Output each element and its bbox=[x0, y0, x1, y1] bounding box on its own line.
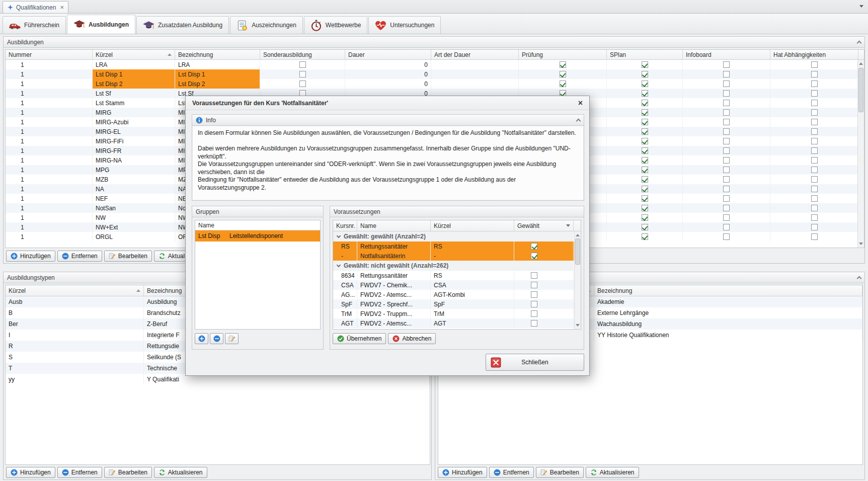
cell-splan[interactable] bbox=[607, 165, 683, 175]
cell-hat_abhaengigkeiten[interactable] bbox=[770, 98, 858, 108]
cell-splan[interactable] bbox=[607, 108, 683, 117]
cell-hat_abhaengigkeiten[interactable] bbox=[770, 232, 858, 242]
cell-kursnr[interactable]: AGT bbox=[333, 318, 357, 328]
cell-kursnr[interactable]: - bbox=[333, 251, 357, 261]
table-row[interactable]: 1Lst Disp 1Lst Disp 10 bbox=[6, 69, 864, 79]
cell-gewaehlt[interactable] bbox=[514, 318, 574, 328]
column-header-name[interactable]: Name bbox=[357, 220, 431, 231]
checkbox-unchecked[interactable] bbox=[723, 109, 730, 116]
checkbox-unchecked[interactable] bbox=[811, 214, 818, 221]
ausbildungen-entfernen-button[interactable]: Entfernen bbox=[57, 251, 102, 262]
cell-splan[interactable] bbox=[607, 184, 683, 194]
cell-dauer[interactable]: 0 bbox=[345, 79, 431, 89]
group-header-row[interactable]: Gewählt: gewählt (Anzahl=2) bbox=[333, 231, 574, 242]
cell-kuerzel[interactable]: SpF bbox=[431, 299, 514, 309]
cell-kuerzel[interactable]: yy bbox=[6, 374, 144, 385]
cell-art_der_dauer[interactable] bbox=[431, 79, 519, 89]
checkbox-checked[interactable] bbox=[642, 224, 648, 230]
schliessen-button[interactable]: Schließen bbox=[486, 354, 584, 371]
checkbox-unchecked[interactable] bbox=[811, 71, 818, 77]
cell-infoboard[interactable] bbox=[683, 155, 770, 165]
edit-group-button[interactable] bbox=[225, 333, 239, 344]
checkbox-unchecked[interactable] bbox=[811, 81, 818, 87]
dialog-titlebar[interactable]: Voraussetzungen für den Kurs 'Notfallsan… bbox=[186, 96, 589, 110]
checkbox-unchecked[interactable] bbox=[723, 214, 730, 221]
cell-kursnr[interactable]: RS bbox=[333, 242, 357, 251]
cell-pruefung[interactable] bbox=[519, 79, 607, 89]
cell-kuerzel[interactable]: TrM bbox=[431, 309, 514, 318]
checkbox-unchecked[interactable] bbox=[811, 167, 818, 173]
cell-bezeichnung[interactable]: Lst Disp 2 bbox=[175, 79, 260, 89]
column-header-bezeichnung[interactable]: Bezeichnung bbox=[175, 50, 260, 59]
ausbildungstypen-entfernen-button[interactable]: Entfernen bbox=[57, 467, 102, 478]
checkbox-checked[interactable] bbox=[642, 233, 648, 240]
cell-nummer[interactable]: 1 bbox=[6, 108, 93, 117]
column-header-kurzel[interactable]: Kürzel bbox=[431, 220, 514, 231]
voraussetzungen-ubernehmen-button[interactable]: Übernehmen bbox=[333, 333, 386, 344]
cell-kuerzel[interactable]: MIRG-FR bbox=[93, 146, 175, 155]
column-header-sonderausbildung[interactable]: Sonderausbildung bbox=[260, 50, 345, 59]
cell-splan[interactable] bbox=[607, 222, 683, 232]
cell-nummer[interactable]: 1 bbox=[6, 194, 93, 203]
cell-name[interactable]: FWDV2 - Truppm... bbox=[357, 309, 431, 318]
cell-hat_abhaengigkeiten[interactable] bbox=[770, 127, 858, 136]
cell-infoboard[interactable] bbox=[683, 232, 770, 242]
checkbox-unchecked[interactable] bbox=[723, 119, 730, 125]
right-panel-entfernen-button[interactable]: Entfernen bbox=[489, 467, 534, 478]
checkbox-unchecked[interactable] bbox=[531, 320, 537, 327]
cell-splan[interactable] bbox=[607, 136, 683, 146]
checkbox-checked[interactable] bbox=[642, 119, 648, 125]
vertical-scrollbar[interactable] bbox=[857, 60, 864, 248]
cell-hat_abhaengigkeiten[interactable] bbox=[770, 194, 858, 203]
cell-splan[interactable] bbox=[607, 232, 683, 242]
cell-splan[interactable] bbox=[607, 127, 683, 136]
cell-bezeichnung[interactable]: LRA bbox=[175, 60, 260, 69]
cell-nummer[interactable]: 1 bbox=[6, 203, 93, 213]
scroll-up-icon[interactable] bbox=[576, 234, 580, 236]
column-header-hat-abhangigkeiten[interactable]: Hat Abhängigkeiten bbox=[770, 50, 858, 59]
checkbox-checked[interactable] bbox=[642, 214, 648, 221]
checkbox-unchecked[interactable] bbox=[723, 71, 730, 77]
column-header-infoboard[interactable]: Infoboard bbox=[683, 50, 770, 59]
tab-wettbewerbe[interactable]: Wettbewerbe bbox=[304, 16, 367, 34]
cell-kursnr[interactable]: CSA bbox=[333, 280, 357, 290]
cell-name[interactable]: FWDV2 - Atemsc... bbox=[357, 290, 431, 299]
expanded-group-icon[interactable] bbox=[337, 263, 341, 267]
tab-untersuchungen[interactable]: Untersuchungen bbox=[368, 16, 441, 34]
table-row[interactable]: 8634RettungssanitäterRS bbox=[333, 271, 581, 280]
cell-nummer[interactable]: 1 bbox=[6, 98, 93, 108]
cell-art_der_dauer[interactable] bbox=[431, 60, 519, 69]
cell-infoboard[interactable] bbox=[683, 117, 770, 127]
cell-hat_abhaengigkeiten[interactable] bbox=[770, 155, 858, 165]
tab-auszeichnungen[interactable]: Auszeichnungen bbox=[230, 16, 303, 34]
cell-sonderausbildung[interactable] bbox=[260, 79, 345, 89]
scrollbar-thumb[interactable] bbox=[858, 68, 863, 112]
table-row[interactable]: CSAFWDV7 - Chemik...CSA bbox=[333, 280, 581, 290]
cell-nummer[interactable]: 1 bbox=[6, 117, 93, 127]
checkbox-checked[interactable] bbox=[560, 71, 566, 77]
checkbox-unchecked[interactable] bbox=[811, 205, 818, 211]
cell-kursnr[interactable]: SpF bbox=[333, 299, 357, 309]
cell-splan[interactable] bbox=[607, 194, 683, 203]
cell-kuerzel[interactable]: Lst Sf bbox=[93, 89, 175, 98]
ausbildungstypen-hinzufugen-button[interactable]: Hinzufügen bbox=[6, 467, 55, 478]
checkbox-unchecked[interactable] bbox=[811, 128, 818, 135]
cell-kuerzel[interactable]: NW+Ext bbox=[93, 222, 175, 232]
cell-kuerzel[interactable]: CSA bbox=[431, 280, 514, 290]
checkbox-checked[interactable] bbox=[642, 167, 648, 173]
cell-gewaehlt[interactable] bbox=[514, 309, 574, 318]
cell-kuerzel[interactable]: MIRG-Azubi bbox=[93, 117, 175, 127]
column-header-dauer[interactable]: Dauer bbox=[345, 50, 431, 59]
table-row[interactable]: SpFFWDV2 - Sprechf...SpF bbox=[333, 299, 581, 309]
ausbildungstypen-bearbeiten-button[interactable]: Bearbeiten bbox=[104, 467, 152, 478]
checkbox-unchecked[interactable] bbox=[723, 61, 730, 68]
checkbox-unchecked[interactable] bbox=[531, 291, 537, 298]
checkbox-unchecked[interactable] bbox=[723, 224, 730, 230]
cell-bezeichnung[interactable]: Lst Disp 1 bbox=[175, 69, 260, 79]
checkbox-unchecked[interactable] bbox=[723, 90, 730, 97]
cell-sonderausbildung[interactable] bbox=[260, 69, 345, 79]
cell-bezeichnung[interactable]: Wachausbildung bbox=[594, 318, 862, 330]
checkbox-checked[interactable] bbox=[642, 109, 648, 116]
cell-kuerzel[interactable]: Lst Stamm bbox=[93, 98, 175, 108]
cell-kuerzel[interactable]: S bbox=[6, 352, 144, 363]
